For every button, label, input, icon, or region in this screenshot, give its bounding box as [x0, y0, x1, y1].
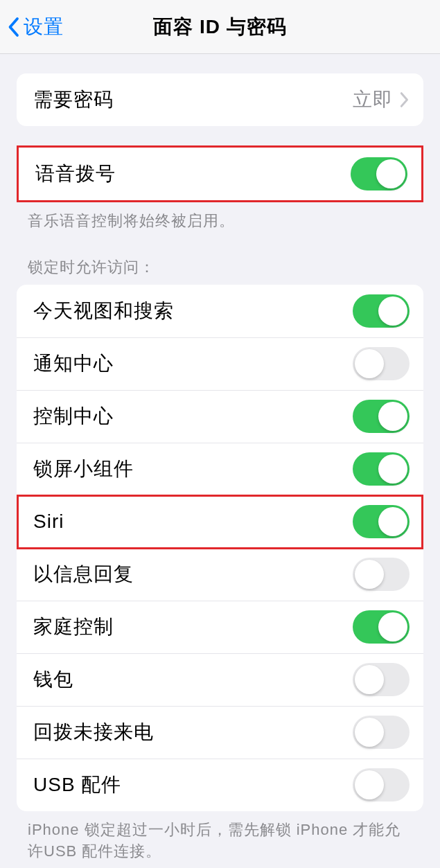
lock-access-toggle[interactable]: [353, 558, 410, 591]
lock-access-row[interactable]: Siri: [17, 495, 423, 548]
lock-access-toggle[interactable]: [353, 663, 410, 696]
toggle-knob: [378, 402, 407, 431]
voice-dial-toggle[interactable]: [351, 157, 407, 191]
lock-access-toggle[interactable]: [353, 347, 410, 380]
require-passcode-group: 需要密码 立即: [17, 73, 423, 126]
require-passcode-label: 需要密码: [33, 87, 114, 113]
lock-access-row[interactable]: 锁屏小组件: [17, 443, 423, 495]
voice-dial-row[interactable]: 语音拨号: [19, 148, 421, 200]
lock-access-label: 家庭控制: [33, 614, 114, 640]
voice-dial-label: 语音拨号: [35, 161, 116, 187]
toggle-knob: [355, 665, 384, 694]
lock-access-row[interactable]: 家庭控制: [17, 601, 423, 653]
lock-access-row[interactable]: 通知中心: [17, 337, 423, 390]
back-button[interactable]: 设置: [0, 14, 64, 40]
lock-access-toggle[interactable]: [353, 400, 410, 433]
lock-access-toggle[interactable]: [353, 768, 410, 801]
require-passcode-row[interactable]: 需要密码 立即: [17, 73, 423, 126]
lock-access-label: 回拨未接来电: [33, 719, 154, 745]
lock-access-toggle[interactable]: [353, 505, 410, 538]
lock-access-toggle[interactable]: [353, 716, 410, 749]
row-right: 立即: [353, 87, 410, 113]
toggle-knob: [378, 612, 407, 641]
lock-access-label: USB 配件: [33, 772, 121, 798]
lock-access-label: 钱包: [33, 666, 73, 693]
lock-access-label: 锁屏小组件: [33, 456, 134, 482]
page-title: 面容 ID 与密码: [0, 14, 440, 40]
lock-access-toggle[interactable]: [353, 452, 410, 486]
lock-access-row[interactable]: 钱包: [17, 653, 423, 706]
navigation-bar: 设置 面容 ID 与密码: [0, 0, 440, 54]
chevron-left-icon: [7, 17, 19, 37]
lock-access-row[interactable]: 以信息回复: [17, 548, 423, 601]
lock-access-row[interactable]: USB 配件: [17, 759, 423, 811]
lock-access-row[interactable]: 控制中心: [17, 390, 423, 443]
toggle-knob: [355, 718, 384, 747]
chevron-right-icon: [400, 91, 410, 108]
back-label: 设置: [24, 14, 64, 40]
lock-access-label: 今天视图和搜索: [33, 298, 174, 324]
lock-access-row[interactable]: 今天视图和搜索: [17, 285, 423, 337]
lock-access-header: 锁定时允许访问：: [0, 232, 440, 285]
lock-access-label: 控制中心: [33, 403, 114, 429]
lock-access-toggle[interactable]: [353, 610, 410, 644]
lock-access-group: 今天视图和搜索通知中心控制中心锁屏小组件Siri以信息回复家庭控制钱包回拨未接来…: [17, 285, 423, 811]
lock-access-toggle[interactable]: [353, 294, 410, 328]
lock-access-label: Siri: [33, 511, 64, 533]
toggle-knob: [378, 507, 407, 536]
toggle-knob: [378, 454, 407, 484]
toggle-knob: [355, 770, 384, 799]
require-passcode-value: 立即: [353, 87, 393, 113]
lock-access-label: 以信息回复: [33, 561, 134, 587]
voice-dial-footer: 音乐语音控制将始终被启用。: [0, 202, 440, 232]
lock-access-row[interactable]: 回拨未接来电: [17, 706, 423, 759]
voice-dial-group: 语音拨号: [17, 145, 423, 202]
lock-access-label: 通知中心: [33, 351, 114, 377]
toggle-knob: [355, 560, 384, 589]
toggle-knob: [355, 349, 384, 378]
toggle-knob: [376, 159, 405, 188]
toggle-knob: [378, 296, 407, 326]
lock-access-footer: iPhone 锁定超过一小时后，需先解锁 iPhone 才能允许USB 配件连接…: [0, 811, 440, 862]
